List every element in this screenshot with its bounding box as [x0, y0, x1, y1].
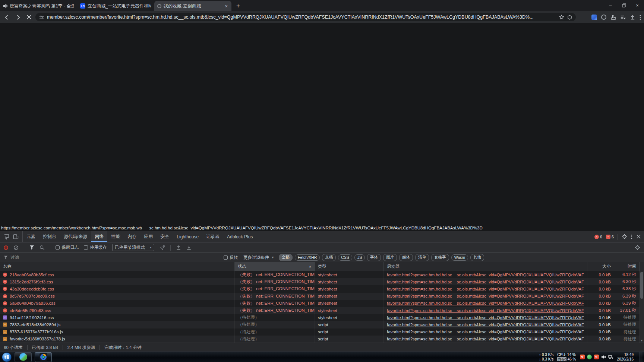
volume-speaker-icon[interactable]	[601, 355, 606, 359]
network-request-row[interactable]: ▪8787-615076a3777b916a.js（待处理）scriptfavo…	[0, 328, 644, 336]
download-arrow-icon[interactable]	[630, 15, 635, 20]
preserve-log-checkbox[interactable]: 保留日志	[56, 245, 79, 250]
filter-chip-套接字[interactable]: 套接字	[431, 254, 449, 261]
filter-chip-JS[interactable]: JS	[354, 254, 365, 261]
column-header-size[interactable]: 大小	[587, 262, 614, 271]
initiator-link[interactable]: favorite.html?spm=sc.hm.hd.hd.sc__sc.ols…	[387, 308, 584, 313]
initiator-link[interactable]: favorite.html?spm=sc.hm.hd.hd.sc__sc.ols…	[387, 273, 584, 277]
network-request-row[interactable]: ×43a30ddeeddcb9fe.css（失败） net::ERR_CONNE…	[0, 285, 644, 292]
clear-network-log-icon[interactable]	[13, 245, 19, 250]
devtools-settings-gear-icon[interactable]	[622, 234, 627, 239]
window-close-button[interactable]: ×	[631, 0, 644, 10]
window-restore-button[interactable]	[617, 0, 631, 10]
site-settings-icon[interactable]	[39, 15, 44, 20]
forward-button[interactable]	[13, 13, 22, 22]
green-app-tray-icon[interactable]	[587, 355, 592, 359]
devtools-tab-Adblock Plus[interactable]: Adblock Plus	[223, 231, 256, 242]
extensions-puzzle-icon[interactable]	[610, 15, 616, 20]
devtools-close-icon[interactable]	[636, 234, 641, 239]
filter-chip-文档[interactable]: 文档	[322, 254, 336, 261]
initiator-link[interactable]: favorite.html?spm=sc.hm.hd.hd.sc__sc.ols…	[387, 301, 584, 305]
more-filters-dropdown[interactable]: 更多过滤条件 ▼	[243, 255, 274, 260]
show-desktop-button[interactable]	[640, 352, 643, 362]
column-header-time[interactable]: 时间	[614, 262, 640, 271]
browser-tab-lcsc-home[interactable]: LC 立创商城_一站式电子元器件和MRO工	[77, 1, 154, 11]
network-request-row[interactable]: ▪7832-efd518cf38d9289d.js（待处理）scriptfavo…	[0, 321, 644, 328]
network-request-row[interactable]: ×cfe5de55c2ff0c63.css（失败） net::ERR_CONNE…	[0, 307, 644, 314]
invert-filter-checkbox[interactable]: 反转	[224, 255, 238, 260]
initiator-link[interactable]: favorite.html?spm=sc.hm.hd.hd.sc__sc.ols…	[387, 323, 584, 327]
devtools-tab-元素[interactable]: 元素	[23, 231, 39, 242]
column-header-initiator[interactable]: 启动器	[384, 262, 587, 271]
export-har-icon[interactable]	[186, 245, 192, 250]
devtools-tab-源代码/来源[interactable]: 源代码/来源	[60, 231, 91, 242]
filter-funnel-icon[interactable]	[29, 245, 34, 250]
browser-tab-favorites-active[interactable]: 我的收藏-立创商城 ×	[154, 1, 231, 11]
throttling-dropdown[interactable]: 已停用节流模式 ▾	[112, 244, 154, 251]
initiator-link[interactable]: favorite.html?spm=sc.hm.hd.hd.sc__sc.ols…	[387, 337, 584, 341]
taskbar-app-button-browser[interactable]	[35, 352, 52, 362]
filter-chip-其他[interactable]: 其他	[470, 254, 484, 261]
network-speed-indicator[interactable]: ↑ 0.3 K/s ↓ 0.3 K/s	[539, 353, 553, 362]
filter-chip-Wasm[interactable]: Wasm	[451, 254, 468, 261]
filter-chip-图片[interactable]: 图片	[383, 254, 397, 261]
taskbar-app-button-1[interactable]	[15, 352, 32, 362]
network-settings-gear-icon[interactable]	[635, 245, 640, 250]
console-error-badge[interactable]: × 6	[594, 235, 602, 239]
devtools-tab-Lighthouse[interactable]: Lighthouse	[173, 231, 202, 242]
browser-tab-video[interactable]: 唐宫奇案之青雾风鸣 第1季 - 全集免费	[0, 1, 77, 11]
omnibox-url-field[interactable]: member.szlcsc.com/member/favorite.html?s…	[35, 13, 576, 21]
network-request-row[interactable]: ×8c57e57007c3ec09.css（失败） net::ERR_CONNE…	[0, 293, 644, 300]
filter-chip-清单[interactable]: 清单	[415, 254, 429, 261]
devtools-tab-控制台[interactable]: 控制台	[39, 231, 60, 242]
import-har-icon[interactable]	[176, 245, 181, 250]
tab-list-media-icon[interactable]	[620, 15, 626, 20]
extension-icon-1[interactable]	[591, 15, 597, 20]
start-button[interactable]	[2, 352, 12, 362]
network-request-row[interactable]: ×218aab06a80b35cf.css（失败） net::ERR_CONNE…	[0, 271, 644, 278]
network-conditions-icon[interactable]	[160, 245, 165, 250]
record-network-log-button[interactable]	[4, 245, 8, 250]
page-action-hexagon-icon[interactable]	[567, 15, 572, 20]
devtools-menu-kebab-icon[interactable]	[631, 234, 632, 239]
devtools-tab-网络[interactable]: 网络	[91, 231, 107, 242]
extension-icon-2[interactable]	[601, 15, 606, 20]
filter-chip-字体[interactable]: 字体	[367, 254, 381, 261]
search-network-icon[interactable]	[40, 245, 45, 250]
devtools-tab-安全[interactable]: 安全	[157, 231, 173, 242]
system-monitor-indicator[interactable]: CPU: 14 % 内存: 46 %	[557, 353, 576, 362]
network-tray-icon[interactable]	[608, 355, 613, 359]
network-request-row[interactable]: ▪favorite-5d186ff03357a178.js（待处理）script…	[0, 336, 644, 343]
devtools-tab-记录器[interactable]: 记录器	[202, 231, 223, 242]
filter-chip-全部[interactable]: 全部	[279, 254, 293, 261]
filter-chip-媒体[interactable]: 媒体	[399, 254, 413, 261]
new-tab-button[interactable]: +	[234, 2, 242, 10]
network-request-row[interactable]: ✓941ad118f1902416.css（待处理）stylesheetfavo…	[0, 314, 644, 321]
filter-chip-CSS[interactable]: CSS	[338, 254, 352, 261]
window-minimize-button[interactable]: –	[604, 0, 617, 10]
initiator-link[interactable]: favorite.html?spm=sc.hm.hd.hd.sc__sc.ols…	[387, 330, 584, 334]
inspect-element-icon[interactable]	[4, 234, 9, 239]
sogou-tray-icon[interactable]: S	[580, 355, 585, 359]
column-header-name[interactable]: 名称	[0, 262, 235, 271]
column-header-status[interactable]: 状态 ▲	[235, 262, 315, 271]
devtools-tab-内存[interactable]: 内存	[124, 231, 140, 242]
initiator-link[interactable]: favorite.html?spm=sc.hm.hd.hd.sc__sc.ols…	[387, 294, 584, 298]
initiator-link[interactable]: favorite.html?spm=sc.hm.hd.hd.sc__sc.ols…	[387, 315, 584, 320]
initiator-link[interactable]: favorite.html?spm=sc.hm.hd.hd.sc__sc.ols…	[387, 280, 584, 284]
device-toolbar-icon[interactable]	[13, 234, 19, 239]
scrollbar-thumb[interactable]	[640, 272, 643, 299]
tab-close-icon[interactable]: ×	[224, 3, 228, 9]
issues-badge[interactable]: ▪ 6	[606, 235, 614, 239]
stop-loading-button[interactable]	[25, 13, 34, 22]
network-request-row[interactable]: ×1315e2dd276f9ef3.css（失败） net::ERR_CONNE…	[0, 278, 644, 285]
sogou-tray-icon-2[interactable]: S	[594, 355, 599, 359]
devtools-tab-性能[interactable]: 性能	[107, 231, 124, 242]
filter-chip-Fetch/XHR[interactable]: Fetch/XHR	[295, 254, 320, 261]
network-request-row[interactable]: ×5a6d64a04b79a836.css（失败） net::ERR_CONNE…	[0, 300, 644, 307]
disable-cache-checkbox[interactable]: 停用缓存	[84, 245, 107, 250]
initiator-link[interactable]: favorite.html?spm=sc.hm.hd.hd.sc__sc.ols…	[387, 287, 584, 291]
scrollbar-down-arrow[interactable]: ▼	[640, 339, 644, 342]
devtools-tab-应用[interactable]: 应用	[140, 231, 157, 242]
network-table-scrollbar[interactable]: ▼	[640, 271, 644, 343]
